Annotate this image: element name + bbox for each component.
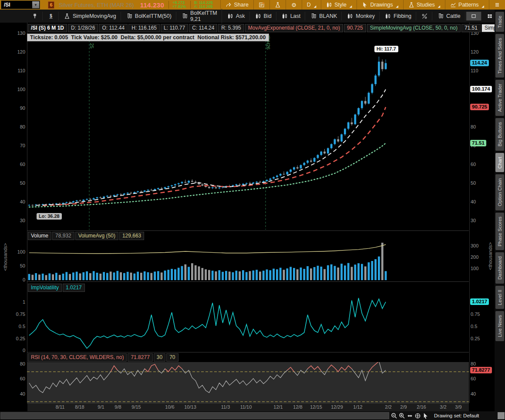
menu-button[interactable] [489,0,505,10]
menu-button-icon [494,2,500,8]
study-cattle-button[interactable]: Cattle [433,12,465,20]
percent-tool-button[interactable] [417,12,432,20]
study-bolkelttm921-button[interactable]: BolKelTTM 9,21 [177,9,222,24]
pan-button[interactable] [414,413,421,419]
study-blank-button[interactable]: BLANK [306,12,342,20]
axis-label: 110 [0,68,25,73]
volume-header-chip[interactable]: 129,663 [119,232,144,240]
overlay-monkey-button-label: Monkey [356,13,375,19]
horizontal-scrollbar[interactable] [0,412,389,419]
caret-icon: ◢ [482,5,484,8]
main-header-chip[interactable]: L: 110.77 [161,24,188,32]
caret-icon: ◢ [438,5,440,8]
impvolatility-header: ImpVolatility1.0217 [28,284,85,292]
rsi-header-chip[interactable]: 70 [166,353,178,362]
sidebar-tab-times-and-sales[interactable]: Times And Sales [495,34,504,78]
sidebar-tab-active-trader[interactable]: Active Trader [495,80,504,116]
report-button[interactable] [253,0,269,10]
x-axis-tick: 10/13 [184,404,196,410]
drawings-button-icon [362,2,368,8]
volume-header-chip[interactable]: VolumeAvg (50) [75,232,118,240]
zoomout-button[interactable] [391,413,397,419]
style-button[interactable]: Style◢ [321,0,357,10]
main-header-chip[interactable]: H: 116.165 [128,24,160,32]
axis-label: 120 [471,49,478,54]
sidebar-tab-label: Level II [497,290,502,305]
main-header-chip[interactable]: /SI (S) 6 M 1D [28,24,67,32]
x-axis-tick: 2/9 [400,404,407,410]
main-header-chip[interactable]: MovAvgExponential (CLOSE, 21, 0, no) [245,24,343,32]
overlay-monkey-button[interactable]: Monkey [343,12,380,20]
drawings-button[interactable]: Drawings◢ [357,0,403,10]
zoomin-button[interactable] [399,413,405,419]
sidebar-tab-label: Option Chain [497,178,502,206]
impvol-header-chip[interactable]: ImpVolatility [28,284,62,292]
rsi-header-chip[interactable]: 71.8277 [128,353,152,362]
main-price-pane[interactable] [27,34,469,230]
settings-gear-button[interactable]: ⚙ [286,0,302,10]
rsi-pane[interactable] [27,362,469,403]
axis-label: 50 [471,180,476,186]
symbol-value[interactable]: /SI [1,2,32,8]
high-price-callout: Hi: 117.7 [374,46,398,52]
pin-button[interactable] [27,12,43,20]
single-pane-button[interactable] [466,12,481,20]
impvol-header-chip[interactable]: 1.0217 [63,284,85,292]
drawings-button-label: Drawings [370,2,393,8]
impvolatility-pane[interactable] [27,292,469,352]
resize-grip[interactable] [498,412,505,419]
main-header-chip[interactable]: O: 112.44 [99,24,128,32]
main-header-chip[interactable]: D: 1/28/26 [68,24,98,32]
study-simplemovingavg-button[interactable]: SimpleMovingAvg [60,12,121,20]
symbol-input[interactable]: /SI ▼ [1,0,40,9]
share-button[interactable]: Share [220,0,253,10]
patterns-button[interactable]: Patterns◢ [445,0,489,10]
studies-button[interactable]: Studies◢ [403,0,445,10]
sidebar-tab-phase-scores[interactable]: Phase Scores [495,213,504,250]
harrows-button[interactable] [407,413,413,419]
overlay-bid-button[interactable]: Bid [251,12,276,20]
sidebar-tab-option-chain[interactable]: Option Chain [495,174,504,210]
timeframe-button-label: D [307,2,311,8]
flask-icon [64,13,70,19]
axis-label: 80 [471,361,476,366]
sidebar-tab-level-ii[interactable]: Level II [495,286,504,309]
volume-pane[interactable] [27,241,469,281]
candle-icon [227,13,233,19]
price-link-button[interactable]: $ [44,12,59,20]
cursor-button[interactable] [422,413,429,419]
overlay-ask-button[interactable]: Ask [223,12,250,20]
studies-button-label: Studies [417,2,435,8]
dollar-icon: $ [48,13,54,19]
volume-header: Volume78,932VolumeAvg (50)129,663 [28,232,144,240]
main-header-chip[interactable]: R: 5.395 [218,24,244,32]
analyze-flask-button[interactable] [269,0,286,10]
sidebar-tab-trade[interactable]: Trade [495,12,504,32]
main-header-chip[interactable]: SimpleMovingAvg (CLOSE, 50, 0, no) [367,24,461,32]
rsi-header-chip[interactable]: 30 [154,353,165,362]
overlay-last-button[interactable]: Last [277,12,306,20]
main-header-chip[interactable]: C: 114.24 [189,24,217,32]
study-bolkelttm50-button-label: BolKelTTM(50) [135,13,172,19]
rsi-header-chip[interactable]: RSI (14, 70, 30, CLOSE, WILDERS, no) [28,353,127,362]
sidebar-tab-big-buttons[interactable]: Big Buttons [495,118,504,150]
volume-header-chip[interactable]: 78,932 [52,232,74,240]
pane1-icon [471,13,477,19]
main-header-chip[interactable]: 71.51 [461,24,481,32]
timeframe-button[interactable]: D◢ [302,0,321,10]
overlay-fibbing-button[interactable]: Fibbing [380,12,416,20]
sidebar-tab-live-news[interactable]: Live News [495,311,504,341]
axis-label: 80 [0,124,25,129]
main-header-chip[interactable]: 90.725 [344,24,366,32]
sidebar-tab-label: Times And Sales [497,38,502,74]
volume-header-chip[interactable]: Volume [28,232,51,240]
sidebar-tab-label: Chart [497,157,502,169]
study-simplemovingavg-button-label: SimpleMovingAvg [73,13,116,19]
sidebar-tab-chart[interactable]: Chart [495,153,504,173]
drawing-set-selector[interactable]: Drawing set: Default [431,413,483,418]
sidebar-tab-dashboard[interactable]: Dashboard [495,252,504,284]
study-bolkelttm50-button[interactable]: BolKelTTM(50) [122,12,176,20]
link-color-badge[interactable]: 6 [48,1,54,9]
symbol-dropdown-button[interactable]: ▼ [32,1,39,8]
x-axis-tick: 10/6 [165,404,174,410]
